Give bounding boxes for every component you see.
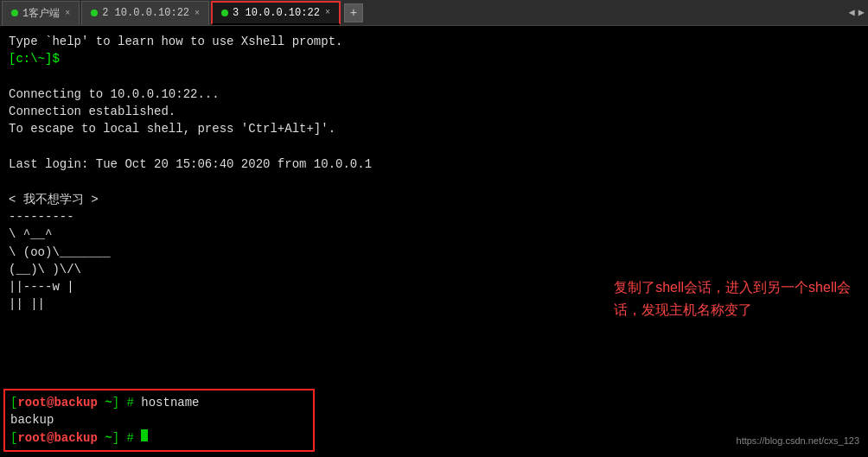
ascii-line-2: ---------	[9, 208, 859, 225]
tab-1[interactable]: 1客户端 ×	[2, 1, 80, 25]
nav-arrows: ◀ ▶	[849, 6, 865, 19]
tab-2-label: 2 10.0.0.10:22	[102, 7, 189, 19]
blank-line-1	[9, 68, 859, 86]
tab-bar: 1客户端 × 2 10.0.0.10:22 × 3 10.0.0.10:22 ×…	[0, 0, 868, 26]
annotation-line-2: 话，发现主机名称变了	[614, 299, 851, 321]
url-note: https://blog.csdn.net/cxs_123	[737, 435, 859, 448]
tab-3[interactable]: 3 10.0.0.10:22 ×	[211, 1, 341, 25]
tab-2-close: ×	[195, 9, 200, 18]
ascii-line-4: \ (oo)\_______	[9, 244, 859, 261]
tab-1-label: 1客户端	[22, 6, 60, 21]
ascii-line-3: \ ^__^	[9, 225, 859, 243]
command-output: backup	[10, 411, 308, 428]
escape-line: To escape to local shell, press 'Ctrl+Al…	[9, 120, 859, 137]
tab-3-dot	[221, 10, 228, 16]
prompt-host: backup	[54, 394, 97, 411]
tab-3-label: 3 10.0.0.10:22	[233, 7, 320, 19]
tab-2[interactable]: 2 10.0.0.10:22 ×	[81, 1, 209, 25]
tab-1-dot	[11, 10, 18, 16]
connecting-line: Connecting to 10.0.0.10:22...	[9, 86, 859, 103]
help-line: Type `help' to learn how to use Xshell p…	[9, 33, 859, 50]
prompt-path: ~	[105, 394, 112, 411]
prompt-user: root	[17, 394, 47, 411]
command-text: hostname	[141, 394, 199, 411]
blank-line-3	[9, 173, 859, 190]
add-tab-button[interactable]: +	[344, 3, 363, 22]
nav-right-arrow[interactable]: ▶	[858, 6, 865, 19]
ascii-line-1: < 我不想学习 >	[9, 191, 859, 208]
tab-3-close[interactable]: ×	[325, 8, 330, 17]
terminal[interactable]: Type `help' to learn how to use Xshell p…	[0, 26, 868, 457]
prompt-highlight-box: [root@backup ~] # hostname backup [root@…	[3, 389, 315, 452]
tab-2-dot	[91, 10, 98, 16]
annotation-text: 复制了shell会话，进入到另一个shell会 话，发现主机名称变了	[614, 276, 851, 321]
tab-1-close: ×	[65, 9, 70, 18]
last-login-line: Last login: Tue Oct 20 15:06:40 2020 fro…	[9, 156, 859, 173]
blank-line-2	[9, 138, 859, 156]
annotation-line-1: 复制了shell会话，进入到另一个shell会	[614, 276, 851, 299]
nav-left-arrow[interactable]: ◀	[849, 6, 855, 19]
cursor-block	[141, 429, 148, 441]
established-line: Connection established.	[9, 103, 859, 120]
next-prompt-line: [root@backup ~] #	[10, 429, 308, 447]
local-prompt: [c:\~]$	[9, 50, 859, 67]
command-prompt-line: [root@backup ~] # hostname	[10, 394, 308, 411]
